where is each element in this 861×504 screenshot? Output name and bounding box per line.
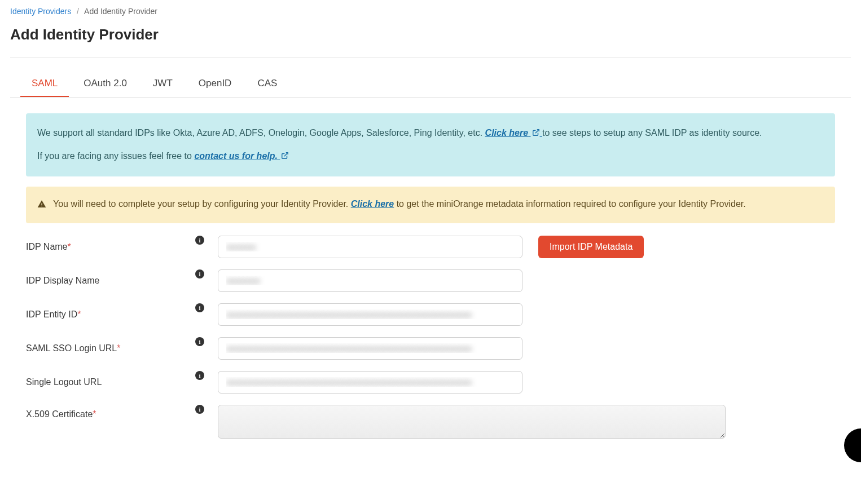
info-icon[interactable]: i: [195, 371, 204, 380]
tab-openid[interactable]: OpenID: [187, 71, 243, 97]
tab-cas[interactable]: CAS: [246, 71, 288, 97]
label-x509-certificate: X.509 Certificate*: [26, 405, 195, 419]
info-icon[interactable]: i: [195, 405, 204, 414]
idp-display-name-input[interactable]: [218, 269, 522, 292]
info-icon[interactable]: i: [195, 337, 204, 346]
import-idp-metadata-button[interactable]: Import IDP Metadata: [538, 236, 644, 258]
info-line2-pre: If you are facing any issues feel free t…: [37, 151, 194, 161]
title-divider: [10, 57, 851, 58]
idp-entity-id-input[interactable]: [218, 303, 522, 326]
contact-us-link[interactable]: contact us for help.: [194, 151, 289, 161]
svg-line-0: [535, 129, 538, 132]
warning-box: You will need to complete your setup by …: [26, 187, 835, 223]
warn-post: to get the miniOrange metadata informati…: [397, 199, 746, 209]
page-title: Add Identity Provider: [10, 26, 851, 43]
tab-oauth2[interactable]: OAuth 2.0: [72, 71, 138, 97]
breadcrumb: Identity Providers / Add Identity Provid…: [10, 7, 851, 16]
info-icon[interactable]: i: [195, 303, 204, 312]
row-single-logout-url: Single Logout URL i: [26, 371, 835, 394]
tabs: SAML OAuth 2.0 JWT OpenID CAS: [10, 71, 851, 98]
row-idp-entity-id: IDP Entity ID* i: [26, 303, 835, 326]
contact-us-text: contact us for help.: [194, 151, 278, 161]
saml-sso-login-url-input[interactable]: [218, 337, 522, 360]
tab-saml[interactable]: SAML: [20, 71, 69, 97]
x509-certificate-input[interactable]: [218, 405, 726, 439]
label-idp-name: IDP Name*: [26, 242, 195, 252]
label-single-logout-url: Single Logout URL: [26, 377, 195, 387]
info-icon[interactable]: i: [195, 269, 204, 278]
row-x509-certificate: X.509 Certificate* i: [26, 405, 835, 439]
info-line1-post: to see steps to setup any SAML IDP as id…: [542, 128, 762, 138]
breadcrumb-parent-link[interactable]: Identity Providers: [10, 7, 71, 16]
warn-pre: You will need to complete your setup by …: [53, 199, 351, 209]
info-line1-pre: We support all standard IDPs like Okta, …: [37, 128, 485, 138]
info-box: We support all standard IDPs like Okta, …: [26, 113, 835, 176]
info-icon[interactable]: i: [195, 236, 204, 245]
row-idp-display-name: IDP Display Name i: [26, 269, 835, 292]
external-link-icon: [281, 149, 289, 164]
tab-jwt[interactable]: JWT: [142, 71, 184, 97]
label-idp-entity-id: IDP Entity ID*: [26, 310, 195, 320]
svg-line-1: [284, 152, 288, 156]
idp-name-input[interactable]: [218, 236, 522, 258]
breadcrumb-current: Add Identity Provider: [84, 7, 157, 16]
breadcrumb-separator: /: [77, 7, 79, 16]
info-click-here-link[interactable]: Click here: [485, 128, 542, 138]
row-idp-name: IDP Name* i Import IDP Metadata: [26, 236, 835, 258]
warning-icon: [37, 198, 46, 213]
row-saml-sso-login-url: SAML SSO Login URL* i: [26, 337, 835, 360]
label-saml-sso-login-url: SAML SSO Login URL*: [26, 343, 195, 353]
external-link-icon: [532, 126, 540, 141]
warn-click-here-link[interactable]: Click here: [351, 199, 394, 209]
label-idp-display-name: IDP Display Name: [26, 276, 195, 286]
single-logout-url-input[interactable]: [218, 371, 522, 394]
info-click-here-text: Click here: [485, 128, 528, 138]
